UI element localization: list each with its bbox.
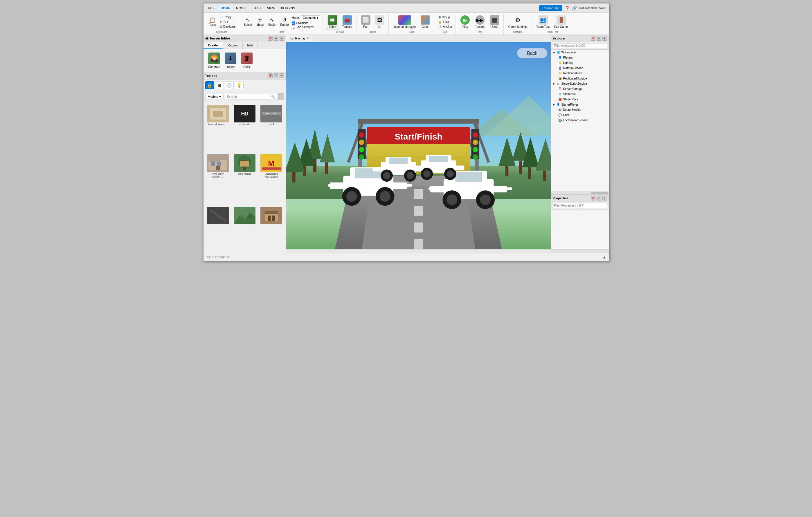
collaborate-button[interactable]: Collaborate [539, 5, 562, 11]
terrain-editor-button[interactable]: 🏔 Editor [326, 14, 339, 30]
explorer-sound-service-item[interactable]: 🔊 SoundService [551, 107, 609, 112]
menu-file[interactable]: FILE [206, 5, 217, 11]
properties-minimize[interactable]: − [597, 196, 601, 201]
toolbox-tab-clock[interactable]: 🕐 [225, 81, 234, 89]
toolbox-panel-minimize[interactable]: − [274, 73, 279, 78]
properties-pin[interactable]: 📌 [591, 196, 596, 201]
terrain-clear-tool[interactable]: 🗑 Clear [241, 53, 253, 68]
explorer-material-item[interactable]: 🔮 MaterialService [551, 65, 609, 70]
rotate-button[interactable]: ↺ Rotate [279, 16, 290, 28]
explorer-workspace-item[interactable]: ▶ 🌐 Workspace [551, 50, 609, 55]
exit-game-button[interactable]: 🚪 Exit Game [552, 14, 570, 30]
racing-tab-close[interactable]: × [307, 36, 309, 40]
viewport-canvas[interactable]: Start/Finish [286, 42, 551, 249]
toolbox-tab-grid[interactable]: ⊞ [215, 81, 224, 89]
viewport-scrollbar-horizontal[interactable] [286, 249, 551, 253]
menu-home[interactable]: HOME [218, 5, 233, 11]
properties-close[interactable]: × [602, 196, 607, 201]
explorer-close[interactable]: × [602, 36, 607, 41]
terrain-panel-minimize[interactable]: − [274, 36, 279, 41]
properties-scrollbar[interactable] [551, 249, 609, 253]
list-item[interactable] [205, 206, 231, 251]
explorer-starter-pack-item[interactable]: 🎒 StarterPack [551, 97, 609, 102]
explorer-server-script-item[interactable]: ▶ ⚙ ServerScriptService [551, 81, 609, 86]
select-button[interactable]: ↖ Select [242, 16, 254, 28]
duplicate-button[interactable]: ⧉ Duplicate [219, 24, 237, 29]
copy-button[interactable]: 📄 Copy [219, 15, 237, 20]
explorer-filter-input[interactable] [553, 43, 607, 48]
explorer-starter-player-item[interactable]: ▶ 👤 StarterPlayer [551, 102, 609, 107]
help-icon[interactable]: ❓ [564, 6, 570, 10]
explorer-scrollbar-horizontal[interactable] [551, 191, 609, 194]
toolbox-panel-pin[interactable]: 📌 [268, 73, 272, 78]
explorer-replicated-storage-item[interactable]: 📦 ReplicatedStorage [551, 76, 609, 81]
game-settings-button[interactable]: ⚙ Game Settings [506, 14, 529, 30]
list-item[interactable]: HD HD Admin [232, 104, 258, 152]
server-script-expander[interactable]: ▶ [553, 82, 555, 85]
stop-button[interactable]: ⬛ Stop [488, 14, 501, 30]
list-item[interactable] [259, 206, 284, 251]
terrain-panel-close[interactable]: × [280, 36, 284, 41]
svg-rect-50 [519, 161, 522, 174]
menu-test[interactable]: TEST [251, 5, 264, 11]
list-item[interactable]: Tree House [232, 153, 258, 204]
material-manager-button[interactable]: Material Manager [392, 14, 418, 30]
collisions-checkbox[interactable] [292, 22, 295, 25]
toolbox-tab-lock[interactable]: 🔒 [205, 81, 214, 89]
terrain-tab-create[interactable]: Create [204, 42, 223, 49]
expand-icon[interactable]: ▲ [602, 255, 606, 260]
explorer-minimize[interactable]: − [597, 36, 601, 41]
explorer-server-storage-item[interactable]: 🗄 ServerStorage [551, 86, 609, 91]
terrain-toolbox-button[interactable]: 🧰 Toolbox [340, 14, 354, 30]
play-button[interactable]: ▶ Play [459, 14, 471, 30]
toolbox-search-input[interactable] [227, 95, 270, 98]
toolbox-category-dropdown[interactable]: Models ▾ [205, 94, 224, 100]
explorer-replicated-first-item[interactable]: 📁 ReplicatedFirst [551, 70, 609, 76]
explorer-localization-item[interactable]: 🌍 LocalizationService [551, 118, 609, 123]
cut-button[interactable]: ✂ Cut [219, 20, 237, 24]
racing-tab[interactable]: 🏎 Racing × [286, 35, 313, 42]
mode-dropdown[interactable]: Geometric ▾ [301, 16, 320, 20]
lock-button[interactable]: 🔒 Lock [437, 20, 454, 24]
ui-button[interactable]: 🖼 UI [373, 14, 386, 30]
team-test-button[interactable]: 👥 Team Test [535, 14, 551, 30]
explorer-pin[interactable]: 📌 [591, 36, 596, 41]
workspace-expander[interactable]: ▶ [553, 51, 555, 54]
list-item[interactable]: road [259, 104, 284, 152]
resume-button[interactable]: ▶▶ Resume [473, 14, 487, 30]
terrain-panel-pin[interactable]: 📌 [268, 36, 272, 41]
group-button[interactable]: ⊞ Group [437, 15, 454, 20]
list-item[interactable]: Two-Story Modern... [205, 153, 231, 204]
command-prompt[interactable]: Run a command [206, 255, 229, 259]
explorer-scrollbar-thumb[interactable] [591, 192, 608, 194]
terrain-tab-edit[interactable]: Edit [243, 42, 258, 49]
list-item[interactable]: Neutral Spawn... [205, 104, 231, 152]
terrain-import-tool[interactable]: ⬇ Import [225, 53, 236, 68]
anchor-button[interactable]: ⚓ Anchor [437, 24, 454, 29]
starter-player-expander[interactable]: ▶ [553, 103, 555, 106]
move-button[interactable]: ✛ Move [255, 16, 265, 28]
toolbox-panel-close[interactable]: × [280, 73, 284, 78]
explorer-starter-gui-item[interactable]: 🖥 StarterGui [551, 91, 609, 97]
menu-model[interactable]: MODEL [234, 5, 250, 11]
toolbox-tab-bulb[interactable]: 💡 [235, 81, 243, 89]
explorer-lighting-item[interactable]: 💡 Lighting [551, 60, 609, 65]
list-item[interactable]: M McDonald's Restaurant [259, 153, 284, 204]
share-icon[interactable]: 🔗 [572, 6, 577, 10]
part-button[interactable]: ⬜ Part [359, 14, 372, 30]
terrain-generate-tool[interactable]: 🌄 Generate [208, 53, 220, 68]
join-surfaces-checkbox[interactable] [292, 26, 295, 29]
explorer-chat-item[interactable]: 💬 Chat [551, 112, 609, 118]
menu-view[interactable]: VIEW [265, 5, 278, 11]
scale-button[interactable]: ⤡ Scale [266, 16, 277, 28]
menu-plugins[interactable]: PLUGINS [279, 5, 297, 11]
color-button[interactable]: Color [419, 14, 432, 30]
explorer-players-item[interactable]: 👤 Players [551, 55, 609, 60]
properties-filter-input[interactable] [553, 203, 607, 208]
toolbox-settings-icon[interactable]: ⋮ [279, 93, 284, 100]
list-item[interactable] [232, 206, 258, 251]
toolbox-search-box[interactable]: 🔍 [225, 94, 277, 100]
anchor-icon: ⚓ [438, 25, 442, 28]
paste-button[interactable]: 📋 Paste [207, 16, 218, 28]
terrain-tab-region[interactable]: Region [223, 42, 243, 49]
